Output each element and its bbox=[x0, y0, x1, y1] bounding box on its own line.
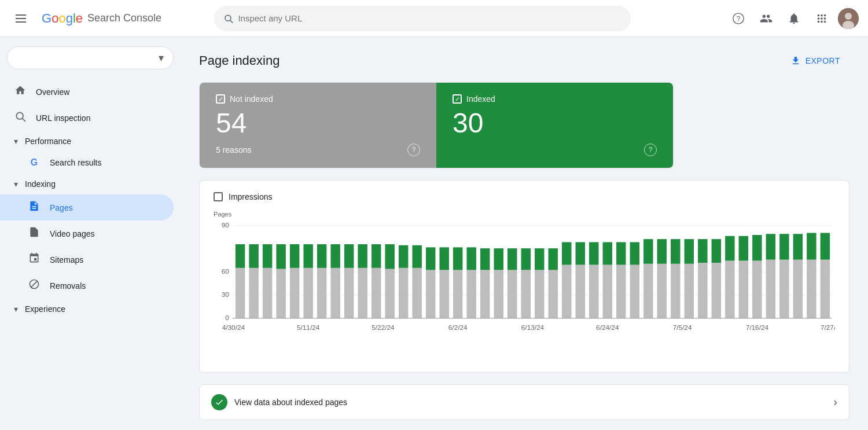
svg-rect-57 bbox=[480, 270, 490, 318]
svg-rect-35 bbox=[330, 268, 340, 318]
svg-rect-77 bbox=[616, 264, 626, 318]
chart-y-label: Pages bbox=[214, 211, 835, 218]
svg-rect-53 bbox=[453, 270, 462, 318]
svg-rect-105 bbox=[807, 259, 816, 318]
sidebar-item-sitemaps[interactable]: Sitemaps bbox=[0, 247, 174, 273]
indexed-label: Indexed bbox=[466, 94, 495, 104]
svg-rect-42 bbox=[372, 244, 381, 268]
page-header: Page indexing EXPORT bbox=[199, 51, 849, 71]
sidebar-item-label: Sitemaps bbox=[50, 255, 83, 264]
help-icon-indexed[interactable]: ? bbox=[644, 144, 657, 156]
svg-rect-83 bbox=[657, 264, 667, 318]
svg-rect-30 bbox=[290, 244, 299, 268]
apps-button[interactable] bbox=[810, 7, 833, 30]
sidebar-section-performance[interactable]: ▾ Performance bbox=[0, 131, 174, 152]
sidebar-item-removals[interactable]: Removals bbox=[0, 273, 174, 299]
svg-rect-94 bbox=[725, 236, 734, 261]
svg-rect-87 bbox=[685, 264, 694, 318]
svg-rect-84 bbox=[657, 239, 667, 264]
sidebar-item-video-pages[interactable]: Video pages bbox=[0, 220, 174, 247]
bottom-card-text: View data about indexed pages bbox=[234, 398, 347, 407]
topbar-actions: ? bbox=[727, 7, 859, 30]
home-icon bbox=[14, 84, 27, 99]
not-indexed-count: 54 bbox=[216, 108, 420, 139]
sidebar-section-indexing[interactable]: ▾ Indexing bbox=[0, 174, 174, 194]
svg-rect-90 bbox=[698, 239, 707, 263]
url-search-input[interactable] bbox=[238, 13, 621, 23]
topbar: Google Search Console ? bbox=[0, 0, 868, 37]
svg-rect-103 bbox=[793, 259, 803, 318]
svg-line-4 bbox=[230, 20, 233, 23]
svg-rect-70 bbox=[562, 242, 571, 264]
svg-text:0: 0 bbox=[225, 314, 229, 321]
svg-rect-49 bbox=[426, 270, 435, 318]
export-button[interactable]: EXPORT bbox=[781, 51, 849, 71]
svg-rect-33 bbox=[317, 268, 326, 318]
users-button[interactable] bbox=[755, 7, 778, 30]
avatar[interactable] bbox=[838, 8, 859, 29]
svg-text:90: 90 bbox=[222, 222, 229, 229]
sidebar-item-label: URL inspection bbox=[36, 113, 90, 123]
sidebar-item-pages[interactable]: Pages bbox=[0, 194, 174, 220]
indexed-checkbox[interactable]: ✓ bbox=[453, 94, 462, 104]
svg-rect-2 bbox=[16, 21, 26, 23]
svg-rect-65 bbox=[535, 270, 544, 318]
chart-svg: 90 60 30 0 4/30/245/11/245/22/246/2/246/… bbox=[214, 220, 835, 359]
not-indexed-label: Not indexed bbox=[230, 94, 273, 104]
svg-text:7/16/24: 7/16/24 bbox=[746, 324, 769, 331]
not-indexed-checkbox[interactable]: ✓ bbox=[216, 94, 225, 104]
svg-rect-80 bbox=[630, 242, 639, 264]
svg-rect-47 bbox=[412, 268, 421, 318]
svg-rect-28 bbox=[276, 244, 285, 269]
svg-rect-60 bbox=[494, 248, 503, 270]
sidebar: ▾ Overview URL inspection ▾ Perfor bbox=[0, 37, 181, 430]
help-button[interactable]: ? bbox=[727, 7, 750, 30]
svg-line-11 bbox=[23, 119, 25, 122]
chart-area: Impressions Pages 90 60 30 0 bbox=[199, 180, 849, 373]
svg-rect-102 bbox=[779, 234, 789, 259]
impressions-checkbox[interactable] bbox=[214, 192, 223, 201]
sidebar-section-label: Performance bbox=[25, 137, 71, 146]
svg-rect-50 bbox=[426, 247, 435, 270]
svg-rect-59 bbox=[494, 270, 503, 318]
svg-rect-91 bbox=[712, 263, 721, 318]
impressions-label: Impressions bbox=[229, 192, 272, 201]
svg-rect-56 bbox=[466, 247, 476, 270]
svg-rect-107 bbox=[821, 259, 830, 318]
svg-rect-36 bbox=[330, 244, 340, 268]
sidebar-item-overview[interactable]: Overview bbox=[0, 79, 174, 105]
svg-rect-100 bbox=[766, 234, 775, 259]
svg-rect-68 bbox=[549, 248, 558, 270]
svg-rect-63 bbox=[521, 270, 531, 318]
help-icon-not-indexed[interactable]: ? bbox=[407, 144, 420, 156]
sidebar-item-url-inspection[interactable]: URL inspection bbox=[0, 105, 174, 131]
svg-rect-71 bbox=[576, 264, 585, 318]
notifications-button[interactable] bbox=[782, 7, 806, 30]
green-check-icon bbox=[211, 394, 227, 410]
menu-button[interactable] bbox=[9, 7, 32, 30]
svg-rect-31 bbox=[303, 268, 312, 318]
search-icon bbox=[14, 111, 27, 125]
indexed-footer: ? bbox=[453, 144, 657, 156]
chevron-right-icon: › bbox=[833, 395, 837, 409]
collapse-icon: ▾ bbox=[14, 137, 18, 146]
google-wordmark: Google bbox=[42, 11, 83, 26]
svg-rect-27 bbox=[276, 269, 285, 318]
svg-rect-89 bbox=[698, 263, 707, 318]
svg-rect-45 bbox=[399, 268, 408, 318]
svg-rect-37 bbox=[344, 268, 354, 318]
svg-rect-85 bbox=[671, 264, 680, 318]
svg-rect-98 bbox=[752, 235, 762, 260]
svg-rect-79 bbox=[630, 264, 639, 318]
property-dropdown-button[interactable]: ▾ bbox=[7, 46, 174, 69]
svg-rect-51 bbox=[439, 270, 448, 318]
app-name: Search Console bbox=[87, 12, 161, 24]
svg-rect-48 bbox=[412, 245, 421, 268]
bottom-card[interactable]: View data about indexed pages › bbox=[199, 384, 849, 420]
svg-rect-23 bbox=[249, 268, 258, 318]
svg-rect-29 bbox=[290, 268, 299, 318]
sidebar-section-experience[interactable]: ▾ Experience bbox=[0, 299, 174, 319]
svg-rect-104 bbox=[793, 234, 803, 259]
svg-rect-76 bbox=[603, 242, 612, 264]
sidebar-item-search-results[interactable]: G Search results bbox=[0, 152, 174, 174]
